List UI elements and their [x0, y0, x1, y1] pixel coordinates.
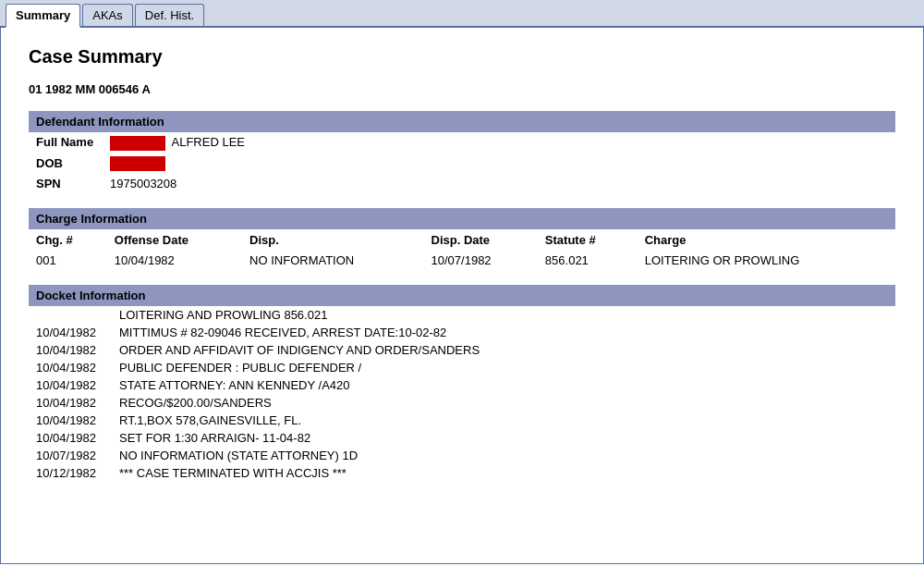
table-row: LOITERING AND PROWLING 856.021 [29, 306, 895, 324]
docket-section-header: Docket Information [29, 285, 895, 306]
docket-text: ORDER AND AFFIDAVIT OF INDIGENCY AND ORD… [112, 341, 895, 359]
docket-date: 10/12/1982 [29, 464, 112, 482]
table-row: DOB [29, 154, 895, 175]
table-row: SPN 1975003208 [29, 174, 895, 193]
table-row: 10/04/1982STATE ATTORNEY: ANN KENNEDY /A… [29, 376, 895, 394]
docket-date: 10/07/1982 [29, 447, 112, 464]
charge-section-header: Charge Information [29, 208, 895, 229]
table-row: 10/04/1982ORDER AND AFFIDAVIT OF INDIGEN… [29, 341, 895, 359]
charge-cell-offense_date: 10/04/1982 [107, 251, 242, 270]
tab-def-hist[interactable]: Def. Hist. [135, 4, 204, 26]
col-offense-date: Offense Date [107, 229, 242, 251]
full-name-text: ALFRED LEE [172, 135, 245, 149]
docket-date: 10/04/1982 [29, 324, 112, 341]
spn-label: SPN [29, 174, 103, 193]
tab-summary[interactable]: Summary [6, 4, 80, 28]
charge-cell-statute: 856.021 [538, 251, 638, 270]
charge-section: Charge Information Chg. # Offense Date D… [29, 208, 895, 270]
docket-text: LOITERING AND PROWLING 856.021 [112, 306, 895, 324]
docket-date [29, 306, 112, 324]
charge-cell-disp: NO INFORMATION [242, 251, 423, 270]
table-row: 10/07/1982NO INFORMATION (STATE ATTORNEY… [29, 447, 895, 464]
full-name-value: ALFRED LEE [103, 132, 895, 154]
charge-cell-disp_date: 10/07/1982 [424, 251, 538, 270]
tab-akas[interactable]: AKAs [82, 4, 133, 26]
defendant-section-header: Defendant Information [29, 111, 895, 132]
main-content: Case Summary 01 1982 MM 006546 A Defenda… [0, 28, 924, 564]
table-row: 10/04/1982MITTIMUS # 82-09046 RECEIVED, … [29, 324, 895, 341]
docket-text: RT.1,BOX 578,GAINESVILLE, FL. [112, 412, 895, 429]
full-name-label: Full Name [29, 132, 103, 154]
charge-table: Chg. # Offense Date Disp. Disp. Date Sta… [29, 229, 895, 270]
docket-date: 10/04/1982 [29, 429, 112, 447]
dob-label: DOB [29, 154, 103, 175]
table-row: 10/04/1982RT.1,BOX 578,GAINESVILLE, FL. [29, 412, 895, 429]
charge-cell-chg: 001 [29, 251, 107, 270]
docket-date: 10/04/1982 [29, 376, 112, 394]
docket-text: MITTIMUS # 82-09046 RECEIVED, ARREST DAT… [112, 324, 895, 341]
col-chg: Chg. # [29, 229, 107, 251]
docket-text: NO INFORMATION (STATE ATTORNEY) 1D [112, 447, 895, 464]
charge-cell-charge: LOITERING OR PROWLING [638, 251, 895, 270]
page-title: Case Summary [29, 46, 895, 68]
docket-table: LOITERING AND PROWLING 856.02110/04/1982… [29, 306, 895, 482]
docket-text: STATE ATTORNEY: ANN KENNEDY /A420 [112, 376, 895, 394]
docket-date: 10/04/1982 [29, 341, 112, 359]
col-disp-date: Disp. Date [424, 229, 538, 251]
defendant-info-table: Full Name ALFRED LEE DOB SPN 1975003208 [29, 132, 895, 193]
tab-bar: Summary AKAs Def. Hist. [0, 0, 924, 28]
docket-text: SET FOR 1:30 ARRAIGN- 11-04-82 [112, 429, 895, 447]
table-row: 10/12/1982*** CASE TERMINATED WITH ACCJI… [29, 464, 895, 482]
table-row: 10/04/1982SET FOR 1:30 ARRAIGN- 11-04-82 [29, 429, 895, 447]
charge-table-header-row: Chg. # Offense Date Disp. Disp. Date Sta… [29, 229, 895, 251]
docket-date: 10/04/1982 [29, 412, 112, 429]
table-row: 10/04/1982RECOG/$200.00/SANDERS [29, 394, 895, 412]
col-disp: Disp. [242, 229, 423, 251]
docket-text: PUBLIC DEFENDER : PUBLIC DEFENDER / [112, 359, 895, 376]
spn-value: 1975003208 [103, 174, 895, 193]
col-statute: Statute # [538, 229, 638, 251]
docket-date: 10/04/1982 [29, 394, 112, 412]
docket-date: 10/04/1982 [29, 359, 112, 376]
docket-text: RECOG/$200.00/SANDERS [112, 394, 895, 412]
docket-text: *** CASE TERMINATED WITH ACCJIS *** [112, 464, 895, 482]
table-row: Full Name ALFRED LEE [29, 132, 895, 154]
table-row: 00110/04/1982NO INFORMATION10/07/1982856… [29, 251, 895, 270]
table-row: 10/04/1982PUBLIC DEFENDER : PUBLIC DEFEN… [29, 359, 895, 376]
redacted-name-box [110, 136, 165, 151]
redacted-dob-box [110, 156, 165, 171]
case-number: 01 1982 MM 006546 A [29, 82, 895, 96]
docket-section: Docket Information LOITERING AND PROWLIN… [29, 285, 895, 482]
dob-value [103, 154, 895, 175]
col-charge: Charge [638, 229, 895, 251]
